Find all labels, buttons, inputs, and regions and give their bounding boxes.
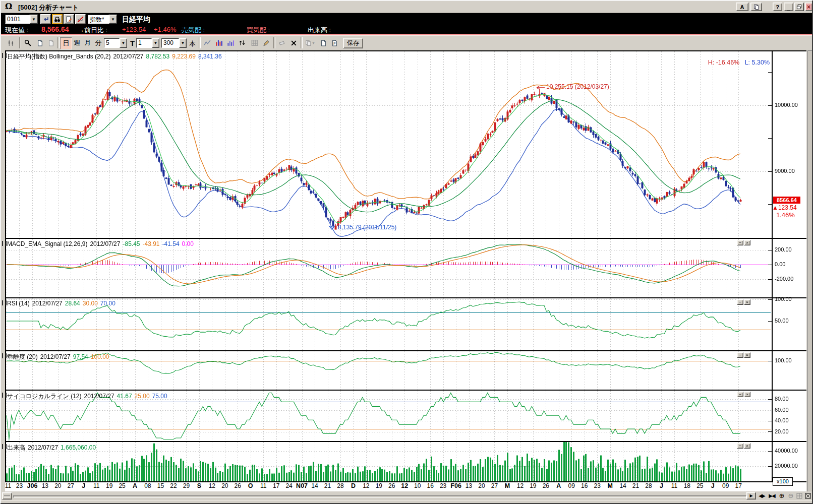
panel-collapse-button[interactable]: −: [737, 352, 743, 358]
panel-grip[interactable]: [2, 393, 7, 398]
zoom-in-button[interactable]: ⊕: [777, 492, 786, 499]
period-day-button[interactable]: 日: [60, 37, 72, 49]
binoculars-icon: [54, 16, 61, 23]
delete-all-button[interactable]: [288, 37, 299, 48]
font-button[interactable]: A: [736, 3, 748, 11]
x-axis-label: 17: [735, 482, 742, 489]
histogram-button[interactable]: [213, 37, 224, 48]
save-button[interactable]: 保存: [343, 38, 363, 48]
x-axis-label: N07: [296, 482, 308, 489]
type-dropdown-button[interactable]: ▼: [109, 15, 117, 24]
load-page-button[interactable]: [318, 37, 329, 48]
clear-button[interactable]: [75, 14, 86, 24]
scroll-right-button[interactable]: ▶: [746, 492, 756, 499]
x-axis-label: 20: [478, 482, 485, 489]
new-page-button[interactable]: [34, 37, 45, 48]
panel-collapse-button[interactable]: −: [737, 392, 743, 397]
indicator-value: 25.00: [135, 393, 150, 400]
volume-chart-canvas[interactable]: [6, 442, 771, 481]
panel-collapse-button[interactable]: −: [737, 299, 743, 305]
volume-panel-title: 出来高: [7, 444, 25, 451]
up-down-arrows-icon: [239, 39, 246, 46]
panel-close-button[interactable]: ×: [744, 299, 750, 305]
enter-button[interactable]: [40, 14, 51, 24]
x-axis-label: F06: [450, 482, 461, 489]
page-copy-button[interactable]: [45, 37, 56, 48]
macd-panel-date: 2012/07/27: [90, 240, 120, 247]
memo-button[interactable]: [64, 14, 74, 24]
vertical-scrollbar[interactable]: [807, 50, 813, 492]
rsi-panel-header: RSI (14)2012/07/2728.6430.0070.00: [7, 300, 121, 307]
x-axis-label: J: [660, 482, 663, 489]
titlebar[interactable]: Ω [5002] 分析チャート A ? _ ×: [1, 1, 812, 13]
panel-close-button[interactable]: ×: [744, 240, 750, 245]
grid-settings-button[interactable]: [249, 37, 260, 48]
symbol-dropdown-button[interactable]: ▼: [30, 15, 38, 24]
toolbar-separator: [301, 37, 303, 48]
panel-grip[interactable]: [2, 53, 7, 58]
minute-interval-dropdown[interactable]: ▼: [120, 38, 127, 48]
indicator-value: 9,223.69: [172, 53, 196, 60]
period-minute-button[interactable]: 分: [93, 37, 104, 48]
x-axis-label: 27: [491, 482, 498, 489]
copy-window-button[interactable]: [750, 3, 762, 11]
panel-grip[interactable]: [2, 241, 7, 246]
tick-interval-dropdown[interactable]: ▼: [152, 38, 159, 48]
x-axis-label: 24: [285, 482, 292, 489]
expand-bars-button[interactable]: ◀▶: [757, 492, 766, 499]
scale-adjust-button[interactable]: [237, 37, 248, 48]
grid-toggle-button[interactable]: [795, 492, 804, 499]
rsi-chart-canvas[interactable]: [6, 298, 771, 350]
tick-interval-select[interactable]: 1: [136, 38, 152, 48]
print-page-button[interactable]: P: [329, 37, 340, 48]
panel-close-button[interactable]: ×: [744, 352, 750, 358]
axis-tick: [768, 204, 772, 205]
panel-close-button[interactable]: ×: [744, 443, 750, 449]
axis-tick: [768, 171, 772, 172]
bar-count-dropdown[interactable]: ▼: [179, 38, 187, 48]
minimize-button[interactable]: _: [784, 3, 793, 11]
panel-grip[interactable]: [2, 300, 7, 305]
scrollbar-track[interactable]: [13, 495, 746, 498]
draw-line-button[interactable]: [261, 37, 272, 48]
indicator-value: 28.64: [65, 300, 80, 307]
price-axis-line: [772, 50, 773, 482]
low-percent: L: 5.30%: [745, 59, 770, 66]
help-button[interactable]: ?: [773, 3, 782, 11]
minute-interval-select[interactable]: 5: [104, 38, 120, 48]
prev-diff-percent: +1.46%: [154, 26, 176, 33]
volume-bars-button[interactable]: [225, 37, 236, 48]
y-axis-label: 100.00: [775, 357, 792, 363]
x-axis-label: 13: [42, 482, 48, 489]
zoom-out-button[interactable]: ⊖: [786, 492, 795, 499]
erase-line-button[interactable]: [276, 37, 287, 48]
panel-grip[interactable]: [2, 353, 7, 358]
restore-button[interactable]: [794, 3, 804, 11]
scrollbar-thumb[interactable]: [2, 492, 12, 499]
panel-collapse-button[interactable]: −: [737, 443, 743, 449]
x-axis-label: A: [556, 482, 561, 489]
x-axis-label: A: [133, 482, 137, 489]
panel-collapse-button[interactable]: −: [737, 240, 743, 245]
symbol-input[interactable]: 0101: [5, 15, 30, 24]
main-chart-canvas[interactable]: [6, 51, 771, 237]
search-button[interactable]: [52, 14, 63, 24]
macd-chart-canvas[interactable]: [6, 239, 771, 297]
panel-grip[interactable]: [2, 444, 7, 449]
shrink-bars-button[interactable]: ▶◀: [767, 492, 776, 499]
type-select[interactable]: 指数*: [88, 15, 109, 24]
line-chart-button[interactable]: [202, 37, 213, 48]
x-axis-label: 23: [594, 482, 600, 489]
period-week-button[interactable]: 週: [72, 37, 83, 48]
axis-tick: [768, 321, 772, 322]
bar-count-select[interactable]: 300: [161, 38, 179, 48]
close-panel-button[interactable]: [803, 492, 812, 499]
period-month-button[interactable]: 月: [82, 37, 93, 48]
x-axis-label: 09: [568, 482, 575, 489]
close-button[interactable]: ×: [805, 3, 812, 11]
candle-style-button[interactable]: [5, 37, 16, 48]
kairi-chart-canvas[interactable]: [6, 351, 771, 390]
zoom-tool-button[interactable]: [22, 37, 33, 48]
panel-close-button[interactable]: ×: [744, 392, 750, 397]
copy-chart-button[interactable]: ▼: [304, 37, 317, 48]
